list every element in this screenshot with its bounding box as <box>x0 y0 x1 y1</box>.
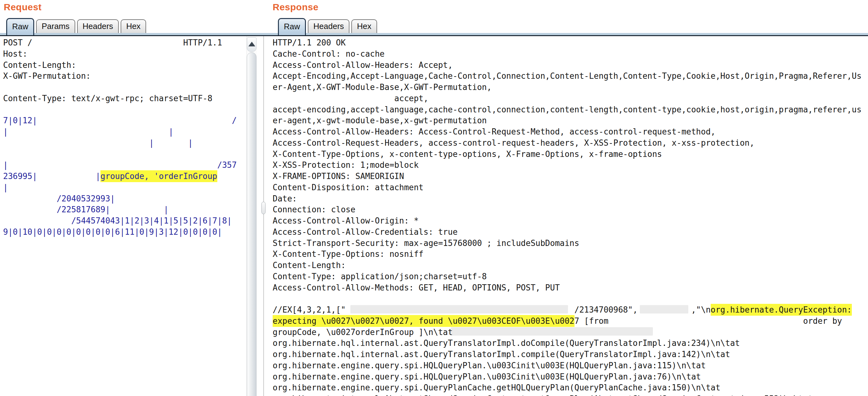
code-line: POST / HTTP/1.1 <box>3 37 247 49</box>
code-line: org.hibernate.hql.internal.ast.QueryTran… <box>273 349 868 360</box>
code-line: Content-Type: text/x-gwt-rpc; charset=UT… <box>3 93 247 104</box>
code-line: org.hibernate.internal.AbstractSharedSes… <box>273 394 868 396</box>
code-line: | | <box>3 138 247 149</box>
code-line: accept, <box>273 93 868 104</box>
splitter-handle[interactable] <box>261 202 266 214</box>
code-line: Content-Type: application/json;charset=u… <box>273 271 868 282</box>
code-line: Content-Length: <box>273 260 868 271</box>
code-line: Cache-Control: no-cache <box>273 49 868 60</box>
code-line: org.hibernate.engine.query.spi.QueryPlan… <box>273 382 868 394</box>
code-line <box>3 104 247 115</box>
request-raw-content[interactable]: POST / HTTP/1.1Host:Content-Length:X-GWT… <box>0 36 247 396</box>
code-line: expecting \u0027\u0027\u0027, found \u00… <box>273 316 868 327</box>
code-line: org.hibernate.engine.query.spi.HQLQueryP… <box>273 360 868 371</box>
request-panel-title: Request <box>4 2 42 12</box>
code-line: Connection: close <box>273 204 868 216</box>
code-line: Access-Control-Allow-Headers: Access-Con… <box>273 126 868 138</box>
tab-headers[interactable]: Headers <box>77 19 119 33</box>
search-highlight: org.hibernate.QueryException: <box>711 304 852 316</box>
code-line: 7|0|12| / <box>3 115 247 126</box>
code-line: Access-Control-Request-Headers, access-c… <box>273 138 868 149</box>
code-line: X-GWT-Permutation: <box>3 71 247 82</box>
scroll-up-arrow-icon <box>248 42 255 47</box>
response-tabs: RawHeadersHex <box>278 18 379 35</box>
code-line: 236995| |groupCode, 'orderInGroup <box>3 171 247 182</box>
code-line: 9|0|10|0|0|0|0|0|0|0|0|6|11|0|9|3|12|0|0… <box>3 227 247 238</box>
code-line: Strict-Transport-Security: max-age=15768… <box>273 238 868 249</box>
tab-hex[interactable]: Hex <box>121 19 146 33</box>
code-line: | | <box>3 126 247 138</box>
code-line: HTTP/1.1 200 OK <box>273 37 868 49</box>
tab-raw[interactable]: Raw <box>278 18 306 35</box>
code-line: org.hibernate.hql.internal.ast.QueryTran… <box>273 338 868 349</box>
code-line: Access-Control-Allow-Methods: GET, HEAD,… <box>273 282 868 293</box>
code-line: er-Agent,X-GWT-Module-Base,X-GWT-Permuta… <box>273 82 868 93</box>
request-scrollbar-thumb[interactable] <box>247 52 256 396</box>
code-line: /544574043|1|2|3|4|1|5|5|2|6|7|8| <box>3 216 247 227</box>
panel-divider <box>263 36 264 396</box>
code-line <box>3 149 247 160</box>
search-highlight: groupCode, 'orderInGroup <box>100 170 217 182</box>
tab-params[interactable]: Params <box>36 19 75 33</box>
code-line <box>273 293 868 305</box>
request-panel: Request RawParamsHeadersHex POST / HTTP/… <box>0 0 257 396</box>
tab-hex[interactable]: Hex <box>351 19 377 33</box>
repeater-view: Request RawParamsHeadersHex POST / HTTP/… <box>0 0 868 396</box>
response-panel: Response RawHeadersHex HTTP/1.1 200 OKCa… <box>268 0 868 396</box>
code-line: | <box>3 182 247 193</box>
redacted-area <box>640 305 688 313</box>
code-line: | /357 <box>3 160 247 171</box>
tab-raw[interactable]: Raw <box>6 18 34 35</box>
request-tabs: RawParamsHeadersHex <box>6 18 148 35</box>
tab-headers[interactable]: Headers <box>308 19 349 33</box>
tab-strip-underline <box>0 35 868 36</box>
code-line: Access-Control-Allow-Credentials: true <box>273 227 868 238</box>
code-line: Content-Disposition: attachment <box>273 182 868 193</box>
redacted-area <box>350 305 568 313</box>
code-line: org.hibernate.engine.query.spi.HQLQueryP… <box>273 371 868 383</box>
response-panel-title: Response <box>273 2 318 12</box>
code-line: X-XSS-Protection: 1;mode=block <box>273 160 868 171</box>
search-highlight: expecting \u0027\u0027\u0027, found \u00… <box>273 315 575 327</box>
request-scrollbar-up-button[interactable] <box>247 37 256 52</box>
code-line: Accept-Encoding,Accept-Language,Cache-Co… <box>273 71 868 82</box>
code-line: Host: <box>3 49 247 60</box>
redacted-area <box>451 327 653 336</box>
code-line: accept-encoding,accept-language,cache-co… <box>273 104 868 115</box>
code-line: Access-Control-Allow-Origin: * <box>273 216 868 227</box>
code-line: /225817689| | <box>3 204 247 216</box>
code-line: Content-Length: <box>3 60 247 71</box>
code-line: Date: <box>273 193 868 204</box>
response-raw-content[interactable]: HTTP/1.1 200 OKCache-Control: no-cacheAc… <box>268 36 868 396</box>
code-line: X-Content-Type-Options, x-content-type-o… <box>273 149 868 160</box>
code-line: /2040532993| <box>3 193 247 204</box>
code-line: er-agent,x-gwt-module-base,x-gwt-permuta… <box>273 115 868 126</box>
code-line <box>3 82 247 93</box>
code-line: X-Content-Type-Options: nosniff <box>273 249 868 260</box>
code-line: Access-Control-Allow-Headers: Accept, <box>273 60 868 71</box>
code-line: X-FRAME-OPTIONS: SAMEORIGIN <box>273 171 868 182</box>
